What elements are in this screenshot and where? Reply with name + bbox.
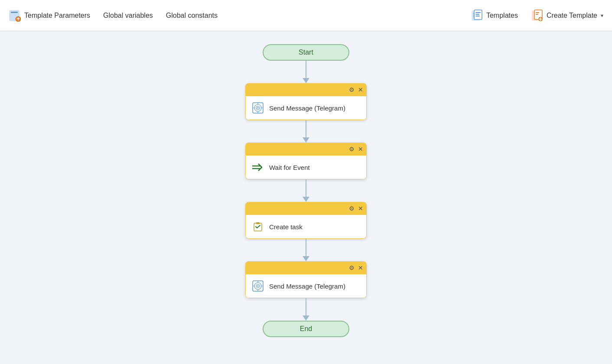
arrow-line-4 [306, 239, 306, 256]
templates-icon [471, 10, 483, 22]
node-2-close-icon[interactable]: ✕ [358, 146, 363, 153]
flow-canvas: Start ⚙ ✕ [0, 31, 612, 364]
node-2-label: Wait for Event [269, 164, 310, 171]
template-parameters-label: Template Parameters [24, 12, 90, 20]
svg-rect-10 [475, 16, 480, 16]
global-variables-nav[interactable]: Global variables [103, 12, 153, 20]
arrow-head-4 [303, 256, 309, 261]
arrow-line-2 [306, 120, 306, 137]
templates-nav[interactable]: Templates [471, 10, 518, 22]
arrow-3 [303, 179, 309, 202]
svg-rect-13 [536, 12, 539, 13]
node-4-label: Send Message (Telegram) [269, 283, 345, 290]
svg-rect-27 [256, 222, 260, 224]
svg-rect-14 [536, 14, 538, 15]
action-node-2: ⚙ ✕ Wait for Event [245, 143, 367, 179]
node-4-gear-icon[interactable]: ⚙ [349, 264, 355, 271]
svg-rect-1 [11, 12, 18, 13]
toolbar: Template Parameters Global variables Glo… [0, 0, 612, 31]
template-parameters-icon [9, 10, 21, 22]
end-label: End [300, 325, 312, 332]
arrow-head-1 [303, 78, 309, 83]
arrow-4 [303, 239, 309, 261]
telegram-icon-1 [252, 102, 264, 114]
action-node-1: ⚙ ✕ Send Message (Telegram [245, 83, 367, 120]
global-variables-label: Global variables [103, 12, 153, 20]
task-icon [252, 221, 264, 233]
node-2-body: Wait for Event [245, 156, 367, 179]
create-template-btn[interactable]: Create Template ▾ [531, 10, 603, 22]
template-parameters-nav[interactable]: Template Parameters [9, 10, 90, 22]
arrow-5 [303, 298, 309, 321]
arrow-head-3 [303, 197, 309, 202]
end-node: End [263, 321, 349, 337]
node-2-gear-icon[interactable]: ⚙ [349, 146, 355, 153]
flow-container: Start ⚙ ✕ [176, 31, 436, 350]
svg-point-31 [257, 286, 259, 287]
action-node-3: ⚙ ✕ Create task [245, 202, 367, 239]
arrow-1 [303, 61, 309, 83]
arrow-line-3 [306, 179, 306, 197]
start-node: Start [263, 44, 349, 61]
node-1-label: Send Message (Telegram) [269, 104, 345, 112]
node-3-close-icon[interactable]: ✕ [358, 205, 363, 212]
node-4-body: Send Message (Telegram) [245, 274, 367, 298]
arrow-line-1 [306, 61, 306, 78]
svg-rect-9 [475, 14, 479, 15]
templates-label: Templates [486, 12, 518, 20]
node-4-header: ⚙ ✕ [245, 261, 367, 274]
telegram-icon-2 [252, 280, 264, 292]
node-1-close-icon[interactable]: ✕ [358, 86, 363, 93]
svg-point-19 [257, 107, 259, 109]
node-4-close-icon[interactable]: ✕ [358, 264, 363, 271]
arrow-line-5 [306, 298, 306, 315]
create-template-icon [531, 10, 543, 22]
node-1-gear-icon[interactable]: ⚙ [349, 86, 355, 93]
global-constants-nav[interactable]: Global constants [166, 12, 218, 20]
action-node-4: ⚙ ✕ Send Message (Telegram [245, 261, 367, 298]
arrow-2 [303, 120, 309, 143]
create-template-dropdown-icon: ▾ [601, 13, 603, 19]
node-3-header: ⚙ ✕ [245, 202, 367, 215]
node-2-header: ⚙ ✕ [245, 143, 367, 156]
start-label: Start [299, 49, 313, 56]
arrow-head-5 [303, 315, 309, 321]
node-1-header: ⚙ ✕ [245, 83, 367, 96]
create-template-label: Create Template [547, 12, 597, 20]
node-3-body: Create task [245, 215, 367, 239]
node-3-gear-icon[interactable]: ⚙ [349, 205, 355, 212]
svg-rect-8 [475, 12, 481, 13]
node-1-body: Send Message (Telegram) [245, 96, 367, 120]
wait-icon [252, 161, 264, 173]
node-3-label: Create task [269, 223, 303, 231]
arrow-head-2 [303, 137, 309, 143]
global-constants-label: Global constants [166, 12, 218, 20]
